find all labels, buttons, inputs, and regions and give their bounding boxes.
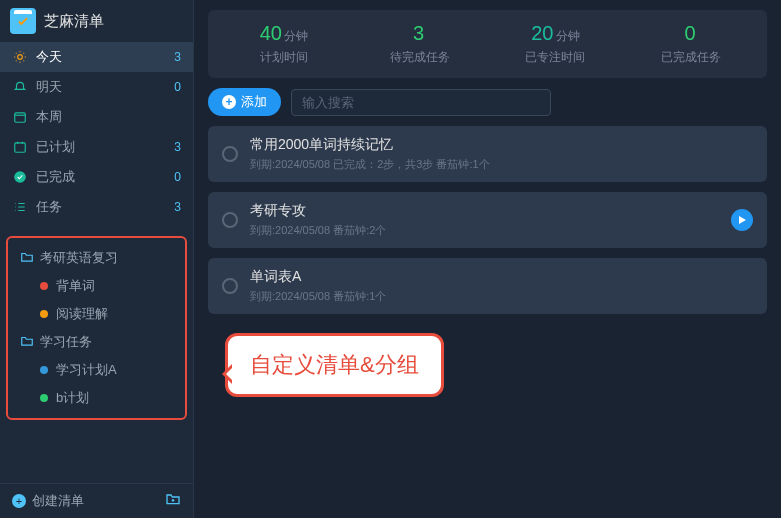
nav-label: 今天 — [36, 48, 62, 66]
sidebar: 芝麻清单 今天 3 明天 0 本周 已计划 3 — [0, 0, 194, 518]
svg-point-0 — [18, 55, 23, 60]
folder-icon — [20, 251, 34, 266]
app-title: 芝麻清单 — [44, 12, 104, 31]
sidebar-footer: + 创建清单 — [0, 483, 193, 518]
stat-label: 已专注时间 — [488, 49, 624, 66]
nav-list: 今天 3 明天 0 本周 已计划 3 已完成 0 — [0, 42, 193, 222]
stat-unit: 分钟 — [284, 29, 308, 43]
task-body: 单词表A 到期:2024/05/08 番茄钟:1个 — [250, 268, 753, 304]
nav-count: 0 — [174, 80, 181, 94]
stat-label: 计划时间 — [216, 49, 352, 66]
nav-count: 3 — [174, 200, 181, 214]
plus-icon: + — [12, 494, 26, 508]
folder-item[interactable]: 考研英语复习 — [12, 244, 181, 272]
dot-icon — [40, 282, 48, 290]
sun-icon — [12, 49, 28, 65]
folder-add-icon[interactable] — [165, 492, 181, 510]
play-button[interactable] — [731, 209, 753, 231]
nav-planned[interactable]: 已计划 3 — [0, 132, 193, 162]
list-label: 学习计划A — [56, 361, 117, 379]
stat-done: 0 已完成任务 — [623, 22, 759, 66]
create-list-button[interactable]: + 创建清单 — [12, 492, 84, 510]
list-item[interactable]: 学习计划A — [12, 356, 181, 384]
nav-count: 0 — [174, 170, 181, 184]
nav-label: 明天 — [36, 78, 62, 96]
task-item[interactable]: 常用2000单词持续记忆 到期:2024/05/08 已完成：2步，共3步 番茄… — [208, 126, 767, 182]
calendar-icon — [12, 109, 28, 125]
stat-label: 已完成任务 — [623, 49, 759, 66]
list-item[interactable]: 阅读理解 — [12, 300, 181, 328]
list-label: 阅读理解 — [56, 305, 108, 323]
main-panel: 40分钟 计划时间 3 待完成任务 20分钟 已专注时间 0 已完成任务 + 添… — [194, 0, 781, 518]
stat-value: 20 — [531, 22, 553, 44]
nav-week[interactable]: 本周 — [0, 102, 193, 132]
search-input[interactable] — [291, 89, 551, 116]
task-meta: 到期:2024/05/08 番茄钟:2个 — [250, 223, 719, 238]
list-item[interactable]: b计划 — [12, 384, 181, 412]
svg-point-3 — [14, 171, 26, 183]
folder-label: 学习任务 — [40, 333, 92, 351]
app-header: 芝麻清单 — [0, 0, 193, 42]
annotation-callout: 自定义清单&分组 — [225, 333, 444, 397]
task-title: 单词表A — [250, 268, 753, 286]
nav-label: 已完成 — [36, 168, 75, 186]
svg-rect-2 — [15, 143, 26, 152]
task-body: 考研专攻 到期:2024/05/08 番茄钟:2个 — [250, 202, 719, 238]
folder-label: 考研英语复习 — [40, 249, 118, 267]
task-body: 常用2000单词持续记忆 到期:2024/05/08 已完成：2步，共3步 番茄… — [250, 136, 753, 172]
stat-value: 3 — [413, 22, 424, 44]
nav-label: 本周 — [36, 108, 62, 126]
nav-label: 任务 — [36, 198, 62, 216]
task-radio[interactable] — [222, 278, 238, 294]
bell-icon — [12, 79, 28, 95]
folder-item[interactable]: 学习任务 — [12, 328, 181, 356]
nav-count: 3 — [174, 140, 181, 154]
list-label: b计划 — [56, 389, 89, 407]
stats-panel: 40分钟 计划时间 3 待完成任务 20分钟 已专注时间 0 已完成任务 — [208, 10, 767, 78]
task-radio[interactable] — [222, 146, 238, 162]
nav-count: 3 — [174, 50, 181, 64]
task-title: 考研专攻 — [250, 202, 719, 220]
task-meta: 到期:2024/05/08 番茄钟:1个 — [250, 289, 753, 304]
nav-tasks[interactable]: 任务 3 — [0, 192, 193, 222]
app-logo-icon — [10, 8, 36, 34]
task-radio[interactable] — [222, 212, 238, 228]
stat-value: 40 — [260, 22, 282, 44]
svg-rect-1 — [15, 113, 26, 122]
nav-done[interactable]: 已完成 0 — [0, 162, 193, 192]
task-title: 常用2000单词持续记忆 — [250, 136, 753, 154]
task-item[interactable]: 考研专攻 到期:2024/05/08 番茄钟:2个 — [208, 192, 767, 248]
folder-icon — [20, 335, 34, 350]
task-item[interactable]: 单词表A 到期:2024/05/08 番茄钟:1个 — [208, 258, 767, 314]
plus-icon: + — [222, 95, 236, 109]
stat-unit: 分钟 — [556, 29, 580, 43]
task-meta: 到期:2024/05/08 已完成：2步，共3步 番茄钟:1个 — [250, 157, 753, 172]
dot-icon — [40, 366, 48, 374]
create-list-label: 创建清单 — [32, 492, 84, 510]
add-label: 添加 — [241, 93, 267, 111]
dot-icon — [40, 394, 48, 402]
stat-plan-time: 40分钟 计划时间 — [216, 22, 352, 66]
nav-today[interactable]: 今天 3 — [0, 42, 193, 72]
stat-pending: 3 待完成任务 — [352, 22, 488, 66]
stat-label: 待完成任务 — [352, 49, 488, 66]
list-label: 背单词 — [56, 277, 95, 295]
stat-value: 0 — [685, 22, 696, 44]
calendar2-icon — [12, 139, 28, 155]
nav-tomorrow[interactable]: 明天 0 — [0, 72, 193, 102]
dot-icon — [40, 310, 48, 318]
list-item[interactable]: 背单词 — [12, 272, 181, 300]
custom-lists-section: 考研英语复习 背单词 阅读理解 学习任务 学习计划A b计划 — [0, 230, 193, 483]
toolbar: + 添加 — [208, 88, 767, 116]
stat-focus-time: 20分钟 已专注时间 — [488, 22, 624, 66]
add-button[interactable]: + 添加 — [208, 88, 281, 116]
list-icon — [12, 199, 28, 215]
check-icon — [12, 169, 28, 185]
custom-lists-highlight: 考研英语复习 背单词 阅读理解 学习任务 学习计划A b计划 — [6, 236, 187, 420]
nav-label: 已计划 — [36, 138, 75, 156]
